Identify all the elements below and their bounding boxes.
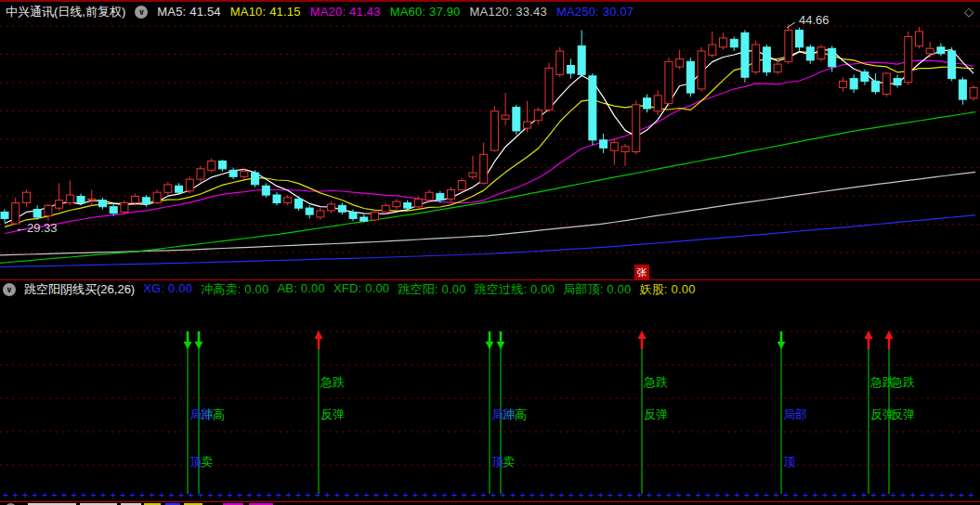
candlestick bbox=[882, 73, 890, 95]
axis-plus-mark: + bbox=[442, 490, 448, 499]
candlestick bbox=[186, 179, 193, 191]
axis-plus-mark: + bbox=[3, 490, 8, 499]
axis-plus-mark: + bbox=[306, 490, 311, 499]
candlestick bbox=[306, 208, 313, 214]
ma-line bbox=[0, 215, 975, 267]
axis-plus-mark: + bbox=[559, 490, 565, 499]
axis-plus-mark: + bbox=[568, 490, 574, 499]
axis-plus-mark: + bbox=[774, 490, 779, 499]
axis-plus-mark: + bbox=[686, 490, 691, 499]
signal-arrow-down bbox=[486, 342, 494, 349]
indicator-field: 跳空阳: 0.00 bbox=[398, 281, 465, 298]
candlestick bbox=[132, 196, 139, 202]
axis-plus-mark: + bbox=[432, 490, 438, 499]
signal-indicator-panel[interactable]: 冲高卖急跌反弹冲高卖急跌反弹急跌反弹急跌反弹局部顶局部顶局部顶+++++++++… bbox=[0, 297, 980, 499]
axis-plus-mark: + bbox=[481, 490, 487, 499]
candlestick bbox=[513, 108, 520, 131]
signal-label: 急跌 bbox=[320, 375, 345, 389]
axis-plus-mark: + bbox=[178, 490, 184, 499]
candlestick bbox=[294, 199, 302, 208]
axis-plus-mark: + bbox=[169, 490, 175, 499]
chevron-down-icon[interactable]: ∨ bbox=[3, 283, 16, 296]
candlestick bbox=[796, 31, 804, 47]
candlestick bbox=[850, 79, 857, 89]
axis-plus-mark: + bbox=[111, 490, 116, 499]
low-price-label: ←29.33 bbox=[15, 221, 58, 235]
candlestick bbox=[425, 192, 433, 201]
candlestick bbox=[164, 185, 172, 193]
axis-plus-mark: + bbox=[403, 490, 409, 499]
candlestick bbox=[545, 68, 553, 110]
axis-plus-mark: + bbox=[393, 490, 399, 499]
candlestick bbox=[56, 201, 63, 209]
signal-arrow-down bbox=[497, 342, 505, 349]
indicator-field: 跳空过线: 0.00 bbox=[475, 281, 555, 298]
indicator-field: 妖股: 0.00 bbox=[639, 281, 695, 298]
candlestick bbox=[142, 198, 150, 204]
axis-plus-mark: + bbox=[189, 490, 194, 499]
candlestick bbox=[414, 199, 422, 207]
diamond-icon[interactable]: ◇ bbox=[964, 6, 976, 18]
candlestick bbox=[317, 211, 324, 217]
divider-drag-badge[interactable]: 张 bbox=[634, 265, 649, 279]
signal-label: 顶 bbox=[189, 455, 203, 469]
candlestick bbox=[763, 47, 770, 72]
axis-plus-mark: + bbox=[696, 490, 701, 499]
candlestick bbox=[556, 51, 564, 74]
axis-plus-mark: + bbox=[910, 490, 916, 499]
axis-plus-mark: + bbox=[900, 490, 906, 499]
axis-plus-mark: + bbox=[150, 490, 155, 499]
indicator-field: 冲高卖: 0.00 bbox=[201, 281, 268, 298]
axis-plus-mark: + bbox=[930, 490, 935, 499]
candlestick bbox=[22, 192, 30, 202]
candlestick bbox=[33, 210, 41, 218]
axis-plus-mark: + bbox=[891, 490, 896, 499]
axis-plus-mark: + bbox=[373, 490, 379, 499]
candlestick bbox=[490, 111, 498, 150]
candlestick bbox=[524, 122, 531, 128]
candlestick bbox=[393, 201, 400, 207]
candlestick bbox=[774, 64, 781, 72]
axis-plus-mark: + bbox=[881, 490, 886, 499]
indicator-field: AB: 0.00 bbox=[277, 281, 324, 298]
candlestick bbox=[197, 169, 204, 179]
axis-plus-mark: + bbox=[676, 490, 682, 499]
ma-legend-item: MA250: 30.07 bbox=[556, 5, 634, 19]
candlestick bbox=[208, 161, 216, 170]
candlestick bbox=[121, 203, 128, 213]
signal-label: 急跌 bbox=[643, 375, 668, 389]
axis-plus-mark: + bbox=[959, 490, 964, 499]
candlestick bbox=[458, 181, 465, 190]
candlestick bbox=[437, 194, 444, 201]
candlestick bbox=[741, 32, 749, 77]
ma-line bbox=[0, 172, 975, 255]
candlestick bbox=[229, 170, 237, 176]
axis-plus-mark: + bbox=[471, 490, 477, 499]
candlestick bbox=[589, 76, 596, 140]
axis-plus-mark: + bbox=[735, 490, 740, 499]
axis-plus-mark: + bbox=[588, 490, 594, 499]
axis-plus-mark: + bbox=[793, 490, 799, 499]
axis-plus-mark: + bbox=[939, 490, 945, 499]
indicator-field: XFD: 0.00 bbox=[333, 281, 389, 298]
signal-label: 反弹 bbox=[891, 408, 915, 421]
candlestick bbox=[404, 203, 412, 209]
candlestick bbox=[360, 217, 368, 221]
signal-arrow-down bbox=[184, 342, 192, 349]
axis-plus-mark: + bbox=[618, 490, 623, 499]
chart-title-bar: 中兴通讯(日线,前复权) ∨ MA5: 41.54MA10: 41.15MA20… bbox=[0, 2, 980, 21]
high-price-label: 44.66 bbox=[799, 13, 830, 27]
axis-plus-mark: + bbox=[813, 490, 818, 499]
candlestick-chart[interactable]: ←29.33 bbox=[0, 22, 980, 275]
axis-plus-mark: + bbox=[920, 490, 925, 499]
axis-plus-mark: + bbox=[871, 490, 877, 499]
axis-plus-mark: + bbox=[354, 490, 359, 499]
axis-plus-mark: + bbox=[247, 490, 253, 499]
axis-plus-mark: + bbox=[81, 490, 86, 499]
chevron-down-icon[interactable]: ∨ bbox=[135, 6, 148, 19]
candlestick bbox=[98, 201, 106, 207]
axis-plus-mark: + bbox=[608, 490, 613, 499]
candlestick bbox=[218, 161, 226, 169]
signal-arrow-down bbox=[195, 342, 203, 349]
axis-plus-mark: + bbox=[579, 490, 584, 499]
